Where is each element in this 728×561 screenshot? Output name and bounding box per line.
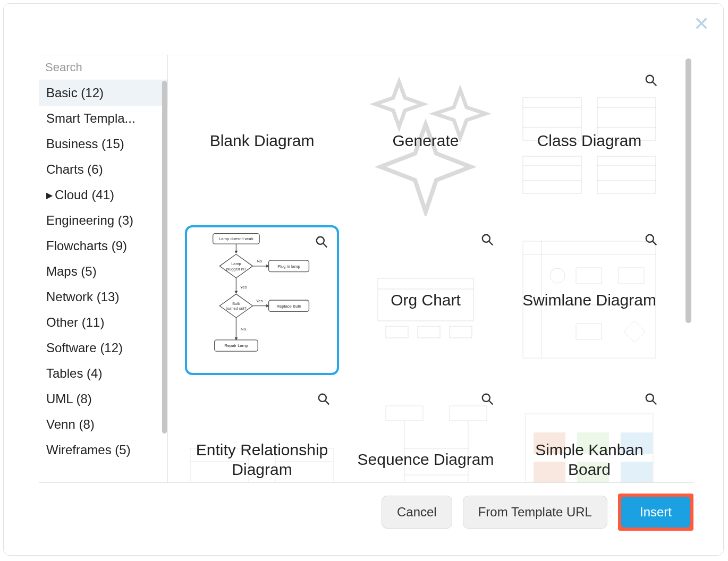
svg-rect-43 xyxy=(450,326,472,338)
category-sidebar: Basic (12)Smart Templa...Business (15)Ch… xyxy=(39,55,168,482)
template-card[interactable]: Org Chart xyxy=(349,225,503,375)
category-item[interactable]: Wireframes (5) xyxy=(39,437,167,463)
category-item[interactable]: Charts (6) xyxy=(39,157,167,182)
svg-text:Repair Lamp: Repair Lamp xyxy=(224,343,248,348)
category-item[interactable]: ▶Cloud (41) xyxy=(39,182,167,208)
svg-text:No: No xyxy=(257,259,262,264)
svg-point-50 xyxy=(550,268,565,283)
category-label: Flowcharts (9) xyxy=(46,239,127,253)
category-label: Smart Templa... xyxy=(46,111,136,125)
insert-button-highlight: Insert xyxy=(618,494,693,531)
svg-text:burned out?: burned out? xyxy=(226,306,247,311)
svg-rect-11 xyxy=(597,156,656,193)
template-label: Simple Kanban Board xyxy=(512,440,666,480)
search-field-wrap xyxy=(39,55,167,80)
category-label: Engineering (3) xyxy=(46,213,133,227)
template-label: Generate xyxy=(384,131,467,151)
dialog-body: Basic (12)Smart Templa...Business (15)Ch… xyxy=(39,55,693,483)
svg-rect-53 xyxy=(576,324,602,339)
category-label: Network (13) xyxy=(46,290,119,304)
category-item[interactable]: Smart Templa... xyxy=(39,106,167,131)
template-card[interactable]: Sequence Diagram xyxy=(349,385,503,482)
template-label: Sequence Diagram xyxy=(349,449,503,470)
template-label: Entity Relationship Diagram xyxy=(185,440,339,480)
template-label: Blank Diagram xyxy=(201,131,323,151)
template-card[interactable]: Generate xyxy=(349,66,503,216)
category-label: UML (8) xyxy=(46,392,92,406)
from-template-url-button[interactable]: From Template URL xyxy=(463,496,607,529)
svg-text:Yes: Yes xyxy=(256,299,263,303)
cancel-button[interactable]: Cancel xyxy=(382,496,452,529)
svg-rect-41 xyxy=(386,326,408,338)
category-item[interactable]: UML (8) xyxy=(39,386,167,412)
svg-text:Plug in lamp: Plug in lamp xyxy=(277,264,300,269)
grid-scrollbar-thumb[interactable] xyxy=(685,58,691,323)
category-item[interactable]: Other (11) xyxy=(39,310,167,335)
category-label: Maps (5) xyxy=(46,264,97,278)
category-item[interactable]: Maps (5) xyxy=(39,259,167,284)
template-card[interactable]: Blank Diagram xyxy=(185,66,339,216)
svg-text:Yes: Yes xyxy=(240,285,247,290)
template-label: Class Diagram xyxy=(529,131,650,151)
template-grid-wrap: Blank DiagramGenerateClass DiagramLamp d… xyxy=(168,55,693,482)
template-card[interactable]: Class Diagram xyxy=(512,66,666,216)
category-label: Venn (8) xyxy=(46,417,95,431)
template-grid: Blank DiagramGenerateClass DiagramLamp d… xyxy=(168,55,693,482)
svg-text:plugged in?: plugged in? xyxy=(226,267,247,271)
category-label: Cloud (41) xyxy=(55,188,114,202)
template-label: Org Chart xyxy=(382,290,469,310)
svg-text:Replace Bulb: Replace Bulb xyxy=(276,304,301,309)
svg-rect-51 xyxy=(576,268,602,284)
sidebar-scrollbar-track xyxy=(162,81,167,481)
svg-rect-52 xyxy=(619,268,644,284)
svg-text:Bulb: Bulb xyxy=(232,301,240,306)
insert-button[interactable]: Insert xyxy=(621,497,690,528)
category-label: Tables (4) xyxy=(46,366,102,380)
category-list: Basic (12)Smart Templa...Business (15)Ch… xyxy=(39,80,167,482)
category-item[interactable]: Software (12) xyxy=(39,335,167,361)
sidebar-scrollbar-thumb[interactable] xyxy=(162,81,167,434)
category-item[interactable]: Business (15) xyxy=(39,131,167,157)
svg-rect-63 xyxy=(450,406,487,421)
category-item[interactable]: Flowcharts (9) xyxy=(39,233,167,259)
template-preview: Lamp doesn't workLampplugged in?NoPlug i… xyxy=(187,227,337,373)
svg-rect-42 xyxy=(418,326,440,338)
svg-text:Lamp: Lamp xyxy=(231,261,241,266)
template-card[interactable]: Simple Kanban Board xyxy=(512,385,666,482)
category-label: Wireframes (5) xyxy=(46,443,131,457)
category-item[interactable]: Venn (8) xyxy=(39,412,167,437)
svg-rect-62 xyxy=(386,406,423,421)
category-item[interactable]: Tables (4) xyxy=(39,361,167,386)
category-label: Basic (12) xyxy=(46,86,104,100)
dialog-footer: Cancel From Template URL Insert xyxy=(382,494,693,531)
expand-arrow-icon: ▶ xyxy=(46,190,53,200)
category-label: Business (15) xyxy=(46,137,124,151)
svg-rect-8 xyxy=(523,156,581,193)
template-card[interactable]: Lamp doesn't workLampplugged in?NoPlug i… xyxy=(185,225,339,375)
category-item[interactable]: Basic (12) xyxy=(39,80,167,106)
svg-text:Lamp doesn't work: Lamp doesn't work xyxy=(219,236,253,241)
template-card[interactable]: Swimlane Diagram xyxy=(512,225,666,375)
category-label: Other (11) xyxy=(46,315,104,329)
category-item[interactable]: Engineering (3) xyxy=(39,208,167,233)
category-item[interactable]: Network (13) xyxy=(39,284,167,310)
template-card[interactable]: Entity Relationship Diagram xyxy=(185,385,339,482)
category-label: Software (12) xyxy=(46,341,123,355)
template-label: Swimlane Diagram xyxy=(514,290,665,310)
template-picker-dialog: ✕ Basic (12)Smart Templa...Business (15)… xyxy=(3,3,724,556)
svg-text:No: No xyxy=(241,327,246,332)
close-icon[interactable]: ✕ xyxy=(693,14,709,33)
category-label: Charts (6) xyxy=(46,162,103,176)
